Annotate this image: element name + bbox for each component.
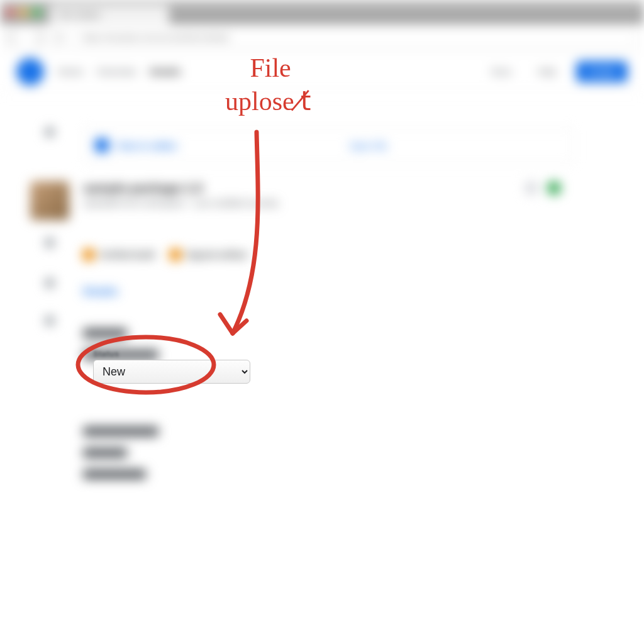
app-header: Home Overview Details Docs Help Create — [0, 52, 644, 92]
nav-link-home[interactable]: Home — [58, 66, 83, 77]
address-bar-text: https://example.com/console/item/details — [82, 33, 230, 42]
forward-icon[interactable] — [28, 28, 45, 46]
traffic-lights — [6, 8, 41, 16]
action-card: View in editor Open file — [83, 127, 574, 164]
field-placeholder — [83, 448, 127, 458]
status-dot-ok-icon — [547, 181, 561, 195]
field-placeholder — [83, 469, 146, 479]
browser-toolbar: https://example.com/console/item/details — [0, 24, 644, 52]
row-bullet-icon — [45, 238, 55, 248]
create-button[interactable]: Create — [576, 61, 628, 82]
badge-label: Verified build — [99, 250, 155, 260]
action-card-left-label: View in editor — [116, 140, 177, 151]
key-icon — [170, 249, 181, 260]
browser-tab-title: Item details — [58, 10, 100, 19]
field-placeholder — [83, 328, 127, 338]
editor-icon — [95, 138, 109, 152]
field-placeholder — [83, 426, 158, 436]
browser-tab-strip: Item details — [50, 0, 169, 24]
action-card-right-label: Open file — [350, 140, 387, 151]
reload-icon[interactable] — [52, 32, 63, 43]
action-card-left[interactable]: View in editor — [84, 138, 338, 152]
badge-row: Verified build Signed artifact — [83, 249, 561, 260]
badge-label: Signed artifact — [186, 250, 247, 260]
status-dot-neutral — [525, 181, 538, 195]
item-thumbnail — [30, 181, 69, 220]
zoom-window-icon[interactable] — [33, 8, 41, 16]
nav-link-overview[interactable]: Overview — [97, 66, 136, 77]
browser-tab[interactable]: Item details — [50, 5, 169, 24]
back-icon[interactable] — [6, 28, 24, 46]
badge-verified: Verified build — [83, 249, 155, 260]
select-label: Status — [93, 349, 250, 358]
row-bullet-icon — [45, 127, 55, 137]
status-select[interactable]: New — [93, 360, 250, 384]
window-titlebar: Item details — [0, 0, 644, 24]
row-bullet-icon — [45, 278, 55, 288]
nav-link-details[interactable]: Details — [150, 66, 181, 77]
close-window-icon[interactable] — [6, 8, 14, 16]
header-docs-link[interactable]: Docs — [485, 61, 518, 82]
header-help-link[interactable]: Help — [531, 61, 562, 82]
badge-signed: Signed artifact — [170, 249, 247, 260]
action-card-right[interactable]: Open file — [338, 140, 573, 151]
app-logo-icon[interactable] — [16, 58, 44, 86]
section-heading: Details — [83, 286, 561, 298]
shield-icon — [83, 249, 94, 260]
item-subtitle: Uploaded from workspace · Last modified … — [83, 198, 525, 208]
minimize-window-icon[interactable] — [19, 8, 28, 16]
blurred-background: Item details https://example.com/console… — [0, 0, 644, 644]
row-bullet-icon — [45, 316, 55, 326]
item-title: sample-package-1.0 — [83, 181, 525, 196]
address-bar[interactable]: https://example.com/console/item/details — [72, 28, 635, 47]
status-indicators — [525, 181, 561, 195]
